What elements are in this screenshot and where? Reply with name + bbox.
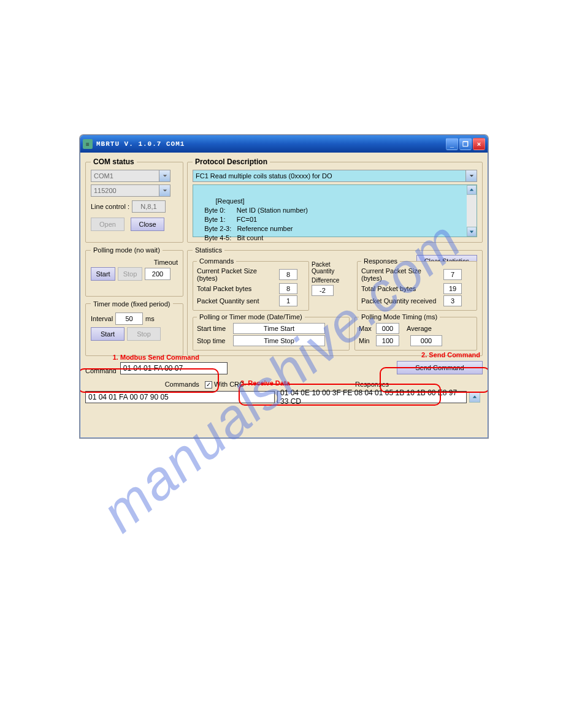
protocol-legend: Protocol Description <box>193 157 270 166</box>
packet-diff-value: -2 <box>312 285 334 296</box>
polling-mode-legend: Polling mode (no wait) <box>91 246 163 254</box>
cmd-pqs-label: Packet Quantity sent <box>197 297 277 305</box>
app-window: ≡ MBRTU V. 1.0.7 COM1 _ ❐ × COM status C… <box>80 135 488 438</box>
resp-tpb-value: 19 <box>443 283 462 294</box>
responses-stats-group: Responses Current Packet Size (bytes)7 T… <box>357 257 477 311</box>
polling-datetime-legend: Polling or Timer mode (Date/Time) <box>197 313 305 320</box>
resp-cps-value: 7 <box>443 269 462 280</box>
packet-q-label: Packet Quantity <box>312 261 354 275</box>
with-crc-checkbox[interactable]: ✓ <box>205 381 212 389</box>
close-com-button[interactable]: Close <box>131 218 164 231</box>
scroll-down-icon[interactable] <box>467 227 477 237</box>
interval-label: Interval <box>91 315 113 322</box>
cmd-pqs-value: 1 <box>279 295 297 306</box>
annotation-3-label: 3. Receive Data <box>240 379 290 387</box>
polling-stop-button[interactable]: Stop <box>118 267 142 281</box>
polling-timing-legend: Polling Mode Timing (ms) <box>359 313 440 320</box>
chevron-down-icon <box>465 170 477 181</box>
polling-timing-group: Polling Mode Timing (ms) Max 000 Average… <box>354 313 477 351</box>
timer-stop-button[interactable]: Stop <box>127 327 161 341</box>
scroll-up-icon[interactable] <box>467 185 477 195</box>
restore-button[interactable]: ❐ <box>459 138 472 150</box>
window-title: MBRTU V. 1.0.7 COM1 <box>96 140 446 148</box>
line-control-label: Line control : <box>91 203 129 210</box>
command-input[interactable]: 01 04 01 FA 00 07 <box>120 362 228 374</box>
scroll-up-icon[interactable] <box>469 392 480 403</box>
protocol-group: Protocol Description FC1 Read multiple c… <box>187 157 483 243</box>
polling-start-button[interactable]: Start <box>91 267 115 281</box>
send-command-button[interactable]: Send Command <box>397 361 483 374</box>
resp-cps-label: Current Packet Size (bytes) <box>361 267 441 282</box>
ms-label: ms <box>145 315 155 322</box>
cmd-cps-label: Current Packet Size (bytes) <box>197 267 277 282</box>
timer-start-button[interactable]: Start <box>91 327 124 341</box>
cmd-tpb-value: 8 <box>279 283 297 294</box>
com-port-select[interactable]: COM1 <box>91 170 170 182</box>
timer-mode-group: Timer mode (fixed period) Interval 50 ms… <box>85 300 183 357</box>
timer-mode-legend: Timer mode (fixed period) <box>91 300 173 308</box>
com-status-group: COM status COM1 115200 Line control : N,… <box>85 157 183 243</box>
baud-select[interactable]: 115200 <box>91 184 170 197</box>
close-button[interactable]: × <box>473 138 485 150</box>
protocol-text: [Request] Byte 0: Net ID (Station number… <box>193 184 477 237</box>
stop-time-label: Stop time <box>197 337 231 344</box>
cmd-tpb-label: Total Packet bytes <box>197 285 277 292</box>
commands-column-label: Commands <box>165 381 199 388</box>
function-code-value: FC1 Read multiple coils status (0xxxx) f… <box>196 172 332 180</box>
resp-pqr-label: Packet Quantity received <box>361 297 441 305</box>
line-control-field: N,8,1 <box>132 200 166 213</box>
responses-stats-legend: Responses <box>361 257 400 265</box>
avg-label: Average <box>407 325 432 332</box>
minimize-button[interactable]: _ <box>446 138 458 150</box>
packet-diff-label: Difference <box>312 277 354 284</box>
scrollbar[interactable] <box>467 185 477 237</box>
max-label: Max <box>359 325 373 332</box>
annotation-2-label: 2. Send Command <box>421 351 480 358</box>
baud-value: 115200 <box>94 187 117 194</box>
resp-pqr-value: 3 <box>443 295 462 306</box>
responses-column-label: Responses <box>355 381 389 388</box>
statistics-legend: Statistics <box>193 246 224 254</box>
commands-stats-group: Commands Current Packet Size (bytes)8 To… <box>193 257 309 311</box>
polling-mode-group: Polling mode (no wait) Timeout Start Sto… <box>85 246 183 297</box>
chevron-down-icon <box>159 185 170 196</box>
min-value: 100 <box>376 335 399 346</box>
command-label: Command <box>85 367 117 374</box>
min-label: Min <box>359 337 373 344</box>
stop-time-value: Time Stop <box>233 335 325 346</box>
received-response-field: 01 04 0E 10 00 3F FE 08 04 01 05 1B 10 1… <box>277 391 467 403</box>
start-time-value: Time Start <box>233 323 325 334</box>
function-code-select[interactable]: FC1 Read multiple coils status (0xxxx) f… <box>193 170 477 182</box>
com-port-value: COM1 <box>94 172 113 180</box>
annotation-1-label: 1. Modbus Send Command <box>113 354 199 361</box>
timeout-label: Timeout <box>154 259 178 266</box>
polling-datetime-group: Polling or Timer mode (Date/Time) Start … <box>193 313 350 351</box>
max-value: 000 <box>376 323 399 334</box>
with-crc-label: With CRC <box>214 381 244 388</box>
protocol-body: [Request] Byte 0: Net ID (Station number… <box>197 197 308 241</box>
cmd-cps-value: 8 <box>279 269 297 280</box>
open-button[interactable]: Open <box>91 218 124 231</box>
app-icon: ≡ <box>83 139 93 149</box>
start-time-label: Start time <box>197 325 231 332</box>
statistics-group: Statistics Clear Statistics Commands Cur… <box>187 246 483 356</box>
chevron-down-icon <box>159 170 170 181</box>
timeout-field[interactable]: 200 <box>145 268 170 280</box>
sent-command-field: 01 04 01 FA 00 07 90 05 <box>85 391 275 403</box>
commands-stats-legend: Commands <box>197 257 236 265</box>
com-status-legend: COM status <box>91 157 137 166</box>
resp-tpb-label: Total Packet bytes <box>361 285 441 292</box>
interval-field[interactable]: 50 <box>115 313 143 325</box>
titlebar: ≡ MBRTU V. 1.0.7 COM1 _ ❐ × <box>80 135 488 153</box>
avg-value: 000 <box>410 335 442 346</box>
